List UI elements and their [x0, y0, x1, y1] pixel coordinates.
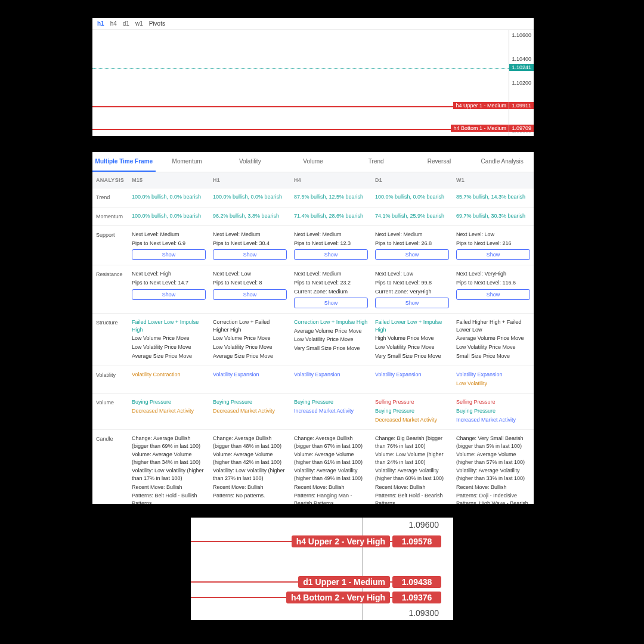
pivots-tab[interactable]: Pivots	[149, 20, 165, 27]
analysis-tab-momentum[interactable]: Momentum	[156, 152, 219, 172]
show-button[interactable]: Show	[375, 298, 449, 308]
show-button[interactable]: Show	[456, 289, 530, 300]
current-price-line	[92, 68, 509, 69]
cell-text: Volatility Contraction	[132, 371, 206, 379]
y-tick: 1.10600	[510, 32, 532, 38]
analysis-cell: 96.2% bullish, 3.8% bearish	[209, 208, 290, 226]
analysis-cell: 100.0% bullish, 0.0% bearish	[209, 188, 290, 207]
show-button[interactable]: Show	[294, 249, 368, 260]
detail-scale-bottom: 1.09300	[408, 608, 439, 618]
cell-text: Patterns: Hanging Man - Bearish Patterns…	[294, 492, 368, 504]
analysis-cell: Change: Average Bullish (bigger than 69%…	[128, 430, 209, 504]
column-h1: H1	[209, 172, 290, 188]
column-analysis: ANALYSIS	[92, 172, 128, 188]
cell-text: Selling Pressure	[456, 398, 530, 406]
row-trend: Trend100.0% bullish, 0.0% bearish100.0% …	[92, 188, 534, 207]
analysis-tab-candle-analysis[interactable]: Candle Analysis	[470, 152, 534, 172]
cell-text: Change: Average Bullish (bigger than 69%…	[132, 435, 206, 450]
cell-text: Pips to Next Level: 99.8	[375, 279, 449, 287]
show-button[interactable]: Show	[375, 249, 449, 260]
current-price-label: 1.10241	[509, 64, 534, 71]
level-label: h4 Upper 1 - Medium	[453, 102, 509, 109]
cell-text: Buying Pressure	[375, 407, 449, 415]
show-button[interactable]: Show	[132, 249, 206, 260]
analysis-cell: Failed Higher High + Failed Lower LowAve…	[453, 314, 534, 366]
cell-text: Failed Higher High + Failed Lower Low	[456, 318, 530, 333]
cell-text: Volatility: Average Volatility (higher t…	[456, 467, 530, 482]
row-momentum: Momentum100.0% bullish, 0.0% bearish96.2…	[92, 207, 534, 226]
analysis-tab-multiple-time-frame[interactable]: Multiple Time Frame	[92, 152, 156, 172]
analysis-cell: Next Level: MediumPips to Next Level: 30…	[209, 226, 290, 265]
detail-level-value: 1.09376	[392, 592, 441, 603]
detail-scale-top: 1.09600	[408, 520, 439, 530]
cell-text: Low Volatility Price Move	[375, 343, 449, 351]
show-button[interactable]: Show	[132, 289, 206, 300]
timeframe-tab-h1[interactable]: h1	[97, 20, 104, 27]
cell-text: Volume: Low Volume (higher than 24% in l…	[375, 451, 449, 466]
cell-text: Next Level: Medium	[294, 231, 368, 239]
cell-text: Low Volatility Price Move	[132, 343, 206, 351]
analysis-cell: Volatility Expansion	[290, 366, 371, 393]
analysis-cell: 87.5% bullish, 12.5% bearish	[290, 188, 371, 207]
cell-text: Recent Move: Bullish	[456, 484, 530, 491]
cell-text: Next Level: High	[132, 270, 206, 278]
analysis-cell: Volatility Expansion	[209, 366, 290, 393]
analysis-cell: Volatility Expansion	[371, 366, 453, 393]
cell-text: Pips to Next Level: 216	[456, 240, 530, 247]
timeframe-tab-w1[interactable]: w1	[135, 20, 143, 27]
cell-text: Volatility: Low Volatility (higher than …	[213, 467, 287, 482]
analysis-cell: Next Level: LowPips to Next Level: 216Sh…	[453, 226, 534, 265]
cell-text: Next Level: Medium	[375, 231, 449, 239]
cell-text: Volume: Average Volume (higher than 34% …	[132, 451, 206, 466]
analysis-header: ANALYSISM15H1H4D1W1	[92, 172, 534, 188]
analysis-cell: 85.7% bullish, 14.3% bearish	[453, 188, 534, 207]
cell-text: Low Volatility Price Move	[294, 336, 368, 343]
detail-level-label: h4 Upper 2 - Very High	[292, 535, 390, 547]
cell-text: Next Level: Low	[456, 231, 530, 239]
column-h4: H4	[290, 172, 371, 188]
cell-text: Volume: Average Volume (higher than 57% …	[456, 451, 530, 466]
cell-text: Pips to Next Level: 23.2	[294, 279, 368, 287]
analysis-tab-volume[interactable]: Volume	[281, 152, 345, 172]
cell-text: Volume: Average Volume (higher than 61% …	[294, 451, 368, 466]
chart-body: h4 Upper 1 - Mediumh4 Bottom 1 - Medium …	[92, 30, 534, 136]
cell-text: Patterns: No patterns.	[213, 492, 287, 500]
analysis-tab-trend[interactable]: Trend	[345, 152, 408, 172]
cell-text: Volatility: Low Volatility (higher than …	[132, 467, 206, 482]
show-button[interactable]: Show	[294, 298, 368, 308]
price-axis: 1.106001.104001.102001.100001.098001.102…	[509, 30, 534, 136]
timeframe-tab-d1[interactable]: d1	[123, 20, 129, 27]
cell-text: Pips to Next Level: 8	[213, 279, 287, 287]
analysis-cell: Volatility ExpansionLow Volatility	[453, 366, 534, 393]
cell-text: Pips to Next Level: 12.3	[294, 240, 368, 247]
analysis-tabs: Multiple Time FrameMomentumVolatilityVol…	[92, 152, 534, 172]
analysis-tab-reversal[interactable]: Reversal	[408, 152, 471, 172]
analysis-panel: Multiple Time FrameMomentumVolatilityVol…	[92, 152, 534, 504]
detail-axis-line	[363, 518, 363, 620]
cell-text: Volatility: Average Volatility (higher t…	[294, 467, 368, 482]
detail-level-label: h4 Bottom 2 - Very High	[286, 592, 390, 603]
cell-text: Low Volatility Price Move	[456, 343, 530, 351]
row-support: SupportNext Level: MediumPips to Next Le…	[92, 225, 534, 265]
analysis-cell: Next Level: MediumPips to Next Level: 12…	[290, 226, 371, 265]
cell-text: Low Volume Price Move	[132, 335, 206, 342]
row-label: Volume	[92, 394, 128, 429]
plot-area[interactable]: h4 Upper 1 - Mediumh4 Bottom 1 - Medium	[92, 30, 509, 136]
show-button[interactable]: Show	[213, 249, 287, 260]
detail-level-label: d1 Upper 1 - Medium	[298, 576, 390, 588]
cell-text: Patterns: Belt Hold - Bearish Patterns.	[375, 492, 449, 504]
analysis-cell: Change: Average Bullish (bigger than 67%…	[290, 430, 371, 504]
detail-level-row: h4 Bottom 2 - Very High1.09376	[191, 590, 441, 605]
timeframe-tab-h4[interactable]: h4	[110, 20, 117, 27]
analysis-cell: 100.0% bullish, 0.0% bearish	[371, 188, 453, 207]
cell-text: Pips to Next Level: 26.8	[375, 240, 449, 247]
row-label: Trend	[92, 188, 128, 207]
cell-text: 100.0% bullish, 0.0% bearish	[132, 193, 206, 201]
analysis-cell: Next Level: VeryHighPips to Next Level: …	[453, 265, 534, 313]
show-button[interactable]: Show	[213, 289, 287, 300]
cell-text: Low Volatility	[456, 380, 530, 388]
cell-text: Decreased Market Activity	[375, 416, 449, 424]
row-label: Structure	[92, 314, 128, 366]
analysis-tab-volatility[interactable]: Volatility	[218, 152, 281, 172]
show-button[interactable]: Show	[456, 249, 530, 260]
